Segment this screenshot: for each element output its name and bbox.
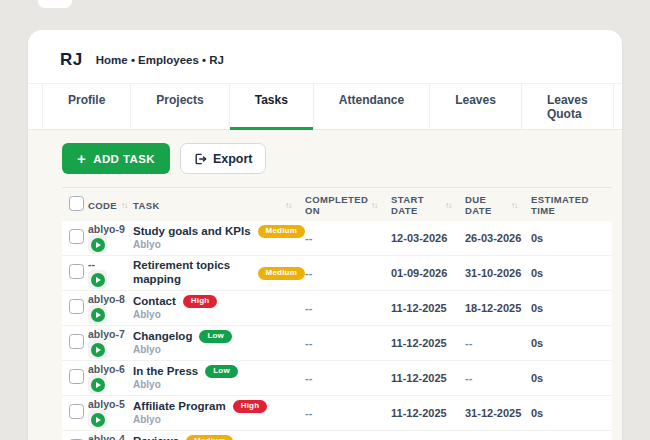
task-code: ablyo-4 [88, 434, 125, 440]
completed-on-cell: -- [305, 337, 391, 349]
table-row: -- Retirement topics mapping Medium -- 0… [62, 256, 612, 291]
code-cell: ablyo-7 [88, 327, 133, 360]
start-timer-button[interactable] [88, 375, 107, 394]
project-name: Ablyo [133, 414, 305, 426]
row-checkbox[interactable] [69, 369, 84, 384]
task-title-link[interactable]: Changelog [133, 330, 192, 344]
priority-badge: Low [205, 365, 238, 378]
play-icon [91, 238, 105, 252]
task-code: ablyo-6 [88, 364, 125, 375]
row-checkbox[interactable] [69, 334, 84, 349]
task-cell: Affiliate Program High Ablyo [133, 400, 305, 427]
add-task-label: ADD TASK [93, 153, 155, 165]
select-all-checkbox[interactable] [69, 196, 84, 211]
column-header-estimated-time[interactable]: ESTIMATED TIME [531, 194, 612, 216]
start-timer-button[interactable] [88, 270, 107, 289]
estimated-time-cell: 0s [531, 372, 612, 384]
scrolled-element-remnant [38, 0, 72, 8]
project-name: Ablyo [133, 344, 305, 356]
table-row: ablyo-4 Reviews Medium Ablyo -- 11-12-20… [62, 431, 612, 440]
task-cell: In the Press Low Ablyo [133, 365, 305, 392]
column-header-completed-on[interactable]: COMPLETED ON ↑↓ [305, 194, 391, 216]
start-timer-button[interactable] [88, 235, 107, 254]
start-timer-button[interactable] [88, 410, 107, 429]
task-title-link[interactable]: Reviews [133, 435, 179, 440]
table-row: ablyo-6 In the Press Low Ablyo -- 11-12-… [62, 361, 612, 396]
row-checkbox-cell [62, 369, 88, 388]
estimated-time-cell: 0s [531, 407, 612, 419]
toolbar: + ADD TASK Export [62, 143, 612, 174]
sort-icon[interactable]: ↑↓ [371, 201, 377, 210]
due-date-cell: 31-10-2026 [465, 267, 531, 279]
completed-on-cell: -- [305, 302, 391, 314]
table-row: ablyo-7 Changelog Low Ablyo -- 11-12-202… [62, 326, 612, 361]
task-code: ablyo-8 [88, 294, 125, 305]
sort-icon[interactable]: ↑↓ [121, 201, 127, 210]
completed-on-cell: -- [305, 407, 391, 419]
export-icon [193, 152, 207, 166]
column-header-start-date[interactable]: START DATE ↑↓ [391, 194, 465, 216]
row-checkbox[interactable] [69, 229, 84, 244]
task-title-link[interactable]: In the Press [133, 365, 198, 379]
task-code: ablyo-5 [88, 399, 125, 410]
code-cell: ablyo-8 [88, 292, 133, 325]
priority-badge: Medium [186, 435, 233, 440]
start-date-cell: 11-12-2025 [391, 337, 465, 349]
tab-leaves-quota[interactable]: Leaves Quota [522, 84, 614, 129]
row-checkbox[interactable] [69, 404, 84, 419]
due-date-cell: -- [465, 337, 531, 349]
task-cell: Retirement topics mapping Medium [133, 259, 305, 287]
play-icon [91, 308, 105, 322]
employee-initials-logo: RJ [60, 50, 83, 70]
table-row: ablyo-5 Affiliate Program High Ablyo -- … [62, 396, 612, 431]
tab-tasks[interactable]: Tasks [230, 84, 314, 129]
task-code: ablyo-7 [88, 329, 125, 340]
row-checkbox-cell [62, 334, 88, 353]
due-date-cell: 26-03-2026 [465, 232, 531, 244]
row-checkbox[interactable] [69, 264, 84, 279]
tab-attendance[interactable]: Attendance [314, 84, 430, 129]
start-date-cell: 11-12-2025 [391, 407, 465, 419]
tab-leaves[interactable]: Leaves [430, 84, 522, 129]
task-code: ablyo-9 [88, 224, 125, 235]
plus-icon: + [77, 151, 86, 166]
add-task-button[interactable]: + ADD TASK [62, 143, 170, 174]
task-cell: Reviews Medium Ablyo [133, 435, 305, 440]
code-cell: -- [88, 257, 133, 290]
priority-badge: Medium [258, 225, 305, 238]
tab-projects[interactable]: Projects [131, 84, 229, 129]
tab-profile[interactable]: Profile [42, 84, 131, 129]
completed-on-cell: -- [305, 372, 391, 384]
due-date-cell: 18-12-2025 [465, 302, 531, 314]
task-title-link[interactable]: Study goals and KPIs [133, 225, 251, 239]
completed-on-cell: -- [305, 267, 391, 279]
column-header-task[interactable]: TASK ↑↓ [133, 200, 305, 211]
breadcrumb-path[interactable]: Home • Employees • RJ [96, 54, 224, 66]
column-header-due-date[interactable]: DUE DATE ↑↓ [465, 194, 531, 216]
column-header-code[interactable]: CODE ↑↓ [88, 200, 133, 211]
priority-badge: High [233, 400, 268, 413]
play-icon [91, 273, 105, 287]
task-title-link[interactable]: Retirement topics mapping [133, 259, 251, 287]
tab-timesheet[interactable]: Timesheet [614, 84, 622, 129]
start-timer-button[interactable] [88, 340, 107, 359]
row-checkbox-cell [62, 404, 88, 423]
row-checkbox-cell [62, 264, 88, 283]
priority-badge: High [183, 295, 218, 308]
task-title-link[interactable]: Contact [133, 295, 176, 309]
project-name: Ablyo [133, 239, 305, 251]
task-title-link[interactable]: Affiliate Program [133, 400, 226, 414]
due-date-cell: 31-12-2025 [465, 407, 531, 419]
code-cell: ablyo-9 [88, 222, 133, 255]
tab-bar: ProfileProjectsTasksAttendanceLeavesLeav… [28, 83, 622, 130]
start-timer-button[interactable] [88, 305, 107, 324]
row-checkbox-cell [62, 299, 88, 318]
play-icon [91, 378, 105, 392]
tasks-tab-content: + ADD TASK Export CODE [28, 130, 622, 440]
project-name: Ablyo [133, 309, 305, 321]
row-checkbox[interactable] [69, 299, 84, 314]
sort-icon[interactable]: ↑↓ [445, 201, 451, 210]
sort-icon[interactable]: ↑↓ [285, 201, 291, 210]
export-button[interactable]: Export [180, 143, 266, 174]
sort-icon[interactable]: ↑↓ [511, 201, 517, 210]
